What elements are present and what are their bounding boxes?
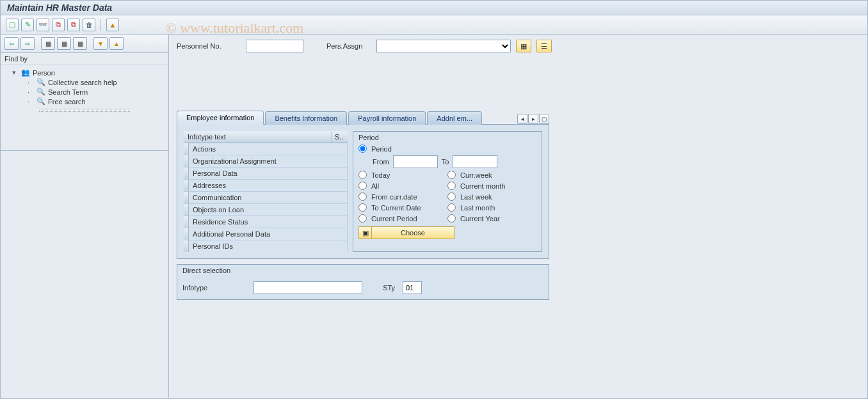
nav1-icon[interactable]: ▦ xyxy=(41,37,55,50)
radio-last-month[interactable] xyxy=(447,203,456,212)
to-date-input[interactable] xyxy=(453,155,497,168)
radio-from-curr-date[interactable] xyxy=(358,192,367,201)
assignment-icon-1[interactable]: ▦ xyxy=(516,40,531,52)
tree-label: Search Term xyxy=(48,88,88,96)
assignment-icon-2[interactable]: ☰ xyxy=(536,40,552,52)
app-toolbar: ▢ ✎ 👓 ⧉ ⧉ 🗑 ▲ xyxy=(1,15,867,35)
col-infotype-text[interactable]: Infotype text xyxy=(184,131,332,143)
personnel-no-input[interactable] xyxy=(246,40,303,52)
from-label: From xyxy=(373,158,389,166)
table-row[interactable]: Residence Status xyxy=(184,216,348,228)
tab-employee-info[interactable]: Employee information xyxy=(177,111,264,125)
direct-selection-groupbox: Direct selection Infotype STy xyxy=(177,264,549,300)
tab-strip: Employee information Benefits Informatio… xyxy=(177,110,549,125)
table-header: Infotype text S.. xyxy=(184,131,348,143)
tab-scroll-right-icon[interactable]: ▸ xyxy=(528,114,538,124)
infotype-label: Infotype xyxy=(182,284,207,292)
tree-label: Collective search help xyxy=(48,79,117,86)
sidebar: ⇦ ⇨ ▦ ▦ ▦ ▼ ▲ Find by ▾ 👥 Person · � xyxy=(1,35,169,398)
splitter[interactable] xyxy=(39,109,130,112)
from-date-input[interactable] xyxy=(393,155,438,168)
display-icon[interactable]: 👓 xyxy=(36,19,49,31)
find-by-label: Find by xyxy=(1,53,168,65)
radio-to-current-date[interactable] xyxy=(358,203,367,212)
radio-all[interactable] xyxy=(358,182,367,190)
binoculars-icon: 🔍 xyxy=(36,97,45,106)
radio-current-year[interactable] xyxy=(447,214,456,223)
tree-node-person[interactable]: ▾ 👥 Person xyxy=(1,68,168,77)
edit-icon[interactable]: ✎ xyxy=(21,19,34,31)
radio-current-period[interactable] xyxy=(358,214,367,223)
table-row[interactable]: Personal Data xyxy=(184,168,348,180)
nav3-icon[interactable]: ▦ xyxy=(73,37,87,50)
new-icon[interactable]: ▢ xyxy=(6,19,19,31)
object-tree: ▾ 👥 Person · 🔍 Collective search help · … xyxy=(1,65,168,109)
binoculars-icon: 🔍 xyxy=(36,88,45,96)
radio-current-month[interactable] xyxy=(447,182,456,190)
tab-payroll-info[interactable]: Payroll information xyxy=(348,111,426,125)
tab-scroll-left-icon[interactable]: ◂ xyxy=(517,114,527,124)
col-status[interactable]: S.. xyxy=(332,131,348,143)
table-row[interactable]: Organizational Assignment xyxy=(184,155,348,168)
table-row[interactable]: Actions xyxy=(184,143,348,155)
nav2-icon[interactable]: ▦ xyxy=(57,37,71,50)
table-row[interactable]: Addresses xyxy=(184,180,348,192)
pers-assgn-label: Pers.Assgn xyxy=(326,42,371,50)
person-icon: 👥 xyxy=(21,68,30,77)
tree-label: Person xyxy=(33,69,55,77)
infotype-table: Infotype text S.. Actions Organizational… xyxy=(184,131,348,252)
forward-icon[interactable]: ⇨ xyxy=(20,37,35,50)
radio-curr-week[interactable] xyxy=(447,171,456,179)
lower-pane xyxy=(1,150,168,398)
sty-label: STy xyxy=(383,284,395,292)
tree-node-search-term[interactable]: · 🔍 Search Term xyxy=(1,87,168,97)
tab-panel: Infotype text S.. Actions Organizational… xyxy=(177,125,549,259)
toolbar-sep xyxy=(100,19,101,31)
tree-node-free-search[interactable]: · 🔍 Free search xyxy=(1,97,168,106)
main-area: Personnel No. Pers.Assgn ▦ ☰ Employee in… xyxy=(169,35,867,398)
infotype-list[interactable]: Actions Organizational Assignment Person… xyxy=(184,143,348,252)
back-icon[interactable]: ⇦ xyxy=(4,37,19,50)
table-row[interactable]: Objects on Loan xyxy=(184,204,348,216)
period-groupbox: Period Period From To Today Curr.week xyxy=(353,131,542,252)
table-row[interactable]: Personal IDs xyxy=(184,240,348,252)
pers-assgn-select[interactable] xyxy=(376,40,511,52)
choose-icon: ▣ xyxy=(359,227,372,239)
collapse-icon[interactable]: ▲ xyxy=(109,37,124,50)
tab-list-icon[interactable]: ▢ xyxy=(539,114,549,124)
sty-input[interactable] xyxy=(403,281,422,294)
radio-last-week[interactable] xyxy=(447,192,456,201)
sidebar-toolbar: ⇦ ⇨ ▦ ▦ ▦ ▼ ▲ xyxy=(1,35,168,53)
expand-icon[interactable]: ▼ xyxy=(93,37,108,50)
table-row[interactable]: Additional Personal Data xyxy=(184,228,348,240)
infotype-input[interactable] xyxy=(253,281,362,294)
group-title-period: Period xyxy=(353,132,542,143)
radio-period[interactable] xyxy=(358,145,367,153)
delete-icon[interactable]: 🗑 xyxy=(83,19,95,31)
group-title-direct: Direct selection xyxy=(177,265,549,276)
overview-icon[interactable]: ▲ xyxy=(106,19,119,31)
tree-label: Free search xyxy=(48,98,86,106)
binoculars-icon: 🔍 xyxy=(36,78,45,86)
content-area: ⇦ ⇨ ▦ ▦ ▦ ▼ ▲ Find by ▾ 👥 Person · � xyxy=(1,35,867,398)
tree-node-collective-search[interactable]: · 🔍 Collective search help xyxy=(1,77,168,87)
sap-window: Maintain HR Master Data ▢ ✎ 👓 ⧉ ⧉ 🗑 ▲ © … xyxy=(0,0,868,399)
radio-today[interactable] xyxy=(358,171,367,179)
header-row: Personnel No. Pers.Assgn ▦ ☰ xyxy=(177,40,860,52)
personnel-no-label: Personnel No. xyxy=(177,42,241,50)
tab-benefits-info[interactable]: Benefits Information xyxy=(265,111,347,125)
table-row[interactable]: Communication xyxy=(184,192,348,204)
choose-button[interactable]: ▣ Choose xyxy=(358,226,454,239)
tab-nav: ◂ ▸ ▢ xyxy=(517,114,549,124)
delimit-icon[interactable]: ⧉ xyxy=(67,19,80,31)
window-title: Maintain HR Master Data xyxy=(1,1,867,15)
to-label: To xyxy=(442,158,449,166)
expander-icon[interactable]: ▾ xyxy=(12,68,19,77)
tab-addnl-em[interactable]: Addnl em... xyxy=(427,111,482,125)
copy-icon[interactable]: ⧉ xyxy=(52,19,65,31)
